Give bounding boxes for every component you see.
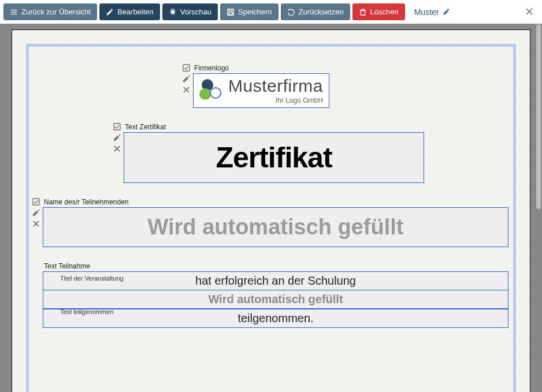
reset-button[interactable]: Zurücksetzen <box>281 3 350 20</box>
block-participant-name[interactable]: Name des/r Teilnehmenden Wird automatisc… <box>29 198 513 247</box>
pencil-icon <box>443 8 450 16</box>
close-icon[interactable] <box>525 7 534 16</box>
template-title-area[interactable]: Muster <box>414 8 450 17</box>
svg-rect-7 <box>361 10 365 15</box>
save-label: Speichern <box>238 8 272 16</box>
checkbox-checked-icon[interactable] <box>113 123 121 130</box>
editor-stage: Firmenlogo Musterfirma Ihr Logo GmbH <box>0 24 542 392</box>
block-label: Firmenlogo <box>193 64 329 72</box>
save-icon <box>227 8 235 16</box>
list-icon <box>10 8 18 16</box>
edit-button[interactable]: Bearbeiten <box>99 3 160 20</box>
logo-mark <box>199 79 222 102</box>
preview-label: Vorschau <box>180 8 211 16</box>
pencil-icon[interactable] <box>113 134 121 141</box>
event-title-placeholder[interactable]: Wird automatisch gefüllt <box>43 290 508 309</box>
close-icon[interactable] <box>183 86 190 94</box>
scrollbar-thumb[interactable] <box>536 24 541 209</box>
block-label: Text Zertifikat <box>124 123 508 131</box>
block-tools <box>29 262 43 328</box>
template-title: Muster <box>414 8 439 17</box>
toolbar: Zurück zur Übersicht Bearbeiten Vorschau… <box>0 0 542 24</box>
logo: Musterfirma Ihr Logo GmbH <box>199 77 323 104</box>
block-certificate-text[interactable]: Text Zertifikat Zertifikat <box>29 123 513 183</box>
trash-icon <box>359 8 367 16</box>
close-icon[interactable] <box>113 145 121 152</box>
gear-icon <box>169 8 177 16</box>
block-tools <box>179 64 193 108</box>
logo-box[interactable]: Musterfirma Ihr Logo GmbH <box>193 73 329 108</box>
block-label: Text Teilnahme <box>43 262 508 270</box>
certificate-page: Firmenlogo Musterfirma Ihr Logo GmbH <box>12 29 530 392</box>
reset-label: Zurücksetzen <box>299 8 344 16</box>
block-label: Name des/r Teilnehmenden <box>43 198 508 206</box>
save-button[interactable]: Speichern <box>220 3 279 20</box>
pencil-icon[interactable] <box>32 209 40 216</box>
text-line-3[interactable]: teilgenommen. <box>43 309 508 328</box>
pencil-icon <box>106 8 114 16</box>
delete-button[interactable]: Löschen <box>352 3 405 20</box>
back-button[interactable]: Zurück zur Übersicht <box>3 3 97 20</box>
participant-name-placeholder[interactable]: Wird automatisch gefüllt <box>43 207 508 247</box>
undo-icon <box>287 8 295 16</box>
svg-rect-5 <box>229 9 232 11</box>
block-logo[interactable]: Firmenlogo Musterfirma Ihr Logo GmbH <box>29 64 513 108</box>
checkbox-checked-icon[interactable] <box>32 198 40 206</box>
close-icon[interactable] <box>32 220 40 227</box>
svg-rect-18 <box>32 199 39 205</box>
svg-rect-15 <box>113 124 120 130</box>
checkbox-checked-icon[interactable] <box>183 64 190 72</box>
block-tools <box>29 198 43 247</box>
delete-label: Löschen <box>370 8 399 16</box>
text-line-1[interactable]: hat erfolgreich an der Schulung <box>43 271 508 290</box>
back-label: Zurück zur Übersicht <box>21 8 91 16</box>
svg-rect-6 <box>229 12 233 14</box>
edit-label: Bearbeiten <box>117 8 154 16</box>
certificate-heading[interactable]: Zertifikat <box>124 132 424 183</box>
certificate-frame: Firmenlogo Musterfirma Ihr Logo GmbH <box>26 44 516 392</box>
logo-company: Musterfirma <box>228 77 323 95</box>
logo-tagline: Ihr Logo GmbH <box>228 97 323 104</box>
pencil-icon[interactable] <box>183 75 190 83</box>
block-tools <box>110 123 124 183</box>
svg-rect-12 <box>183 65 189 71</box>
preview-button[interactable]: Vorschau <box>162 3 218 20</box>
block-participation-text[interactable]: Text Teilnahme Titel der Veranstaltung h… <box>29 262 513 328</box>
